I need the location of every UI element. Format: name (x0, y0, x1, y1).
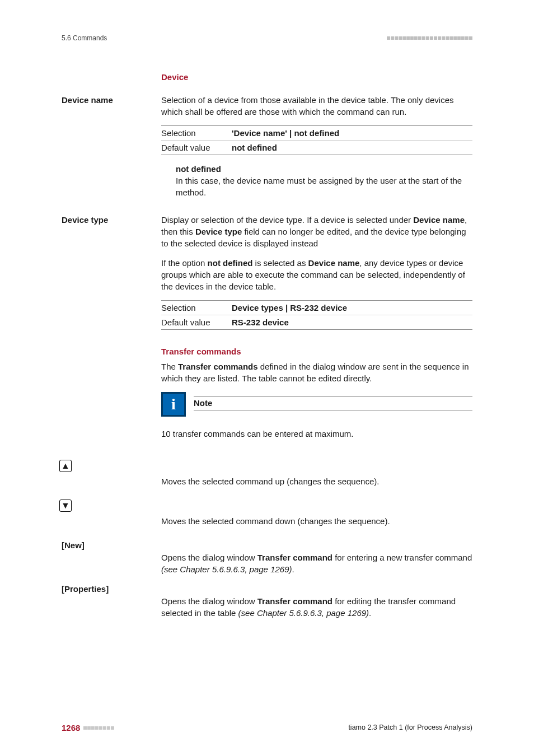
transfer-intro: The Transfer commands defined in the dia… (161, 361, 472, 384)
footer-ornament (83, 726, 114, 730)
note-title: Note (194, 397, 472, 410)
spec-selection-value: Device types | RS-232 device (232, 302, 347, 314)
not-defined-block: not defined In this case, the device nam… (176, 163, 472, 198)
device-type-spec: Selection Device types | RS-232 device D… (161, 300, 472, 330)
page-footer: 1268 tiamo 2.3 Patch 1 (for Process Anal… (62, 722, 472, 734)
properties-desc: Opens the dialog window Transfer command… (161, 595, 472, 619)
note-body: 10 transfer commands can be entered at m… (161, 428, 472, 440)
spec-default-value: not defined (232, 142, 277, 153)
transfer-heading: Transfer commands (161, 346, 472, 357)
device-name-spec: Selection 'Device name' | not defined De… (161, 125, 472, 155)
move-up-desc: Moves the selected command up (changes t… (161, 475, 472, 487)
info-icon: i (161, 392, 186, 417)
spec-selection-label: Selection (161, 302, 232, 314)
arrow-down-icon[interactable]: ▼ (59, 500, 72, 512)
page-number: 1268 (62, 722, 80, 734)
product-name: tiamo 2.3 Patch 1 (for Process Analysis) (348, 723, 472, 733)
move-down-desc: Moves the selected command down (changes… (161, 515, 472, 527)
device-type-p1: Display or selection of the device type.… (161, 214, 472, 249)
note-box: i Note 10 transfer commands can be enter… (161, 392, 472, 440)
cross-ref[interactable]: (see Chapter 5.6.9.6.3, page 1269) (161, 564, 292, 574)
cross-ref[interactable]: (see Chapter 5.6.9.6.3, page 1269) (238, 608, 369, 618)
device-name-label: Device name (62, 94, 161, 206)
arrow-up-icon[interactable]: ▲ (59, 460, 72, 472)
device-heading: Device (161, 71, 472, 83)
new-button-label[interactable]: [New] (62, 539, 161, 575)
header-ornament (387, 36, 472, 40)
spec-selection-value: 'Device name' | not defined (232, 127, 339, 139)
device-name-desc: Selection of a device from those availab… (161, 94, 472, 118)
spec-default-label: Default value (161, 316, 232, 328)
device-type-label: Device type (62, 214, 161, 338)
spec-default-value: RS-232 device (232, 316, 289, 328)
spec-selection-label: Selection (161, 127, 232, 139)
device-type-p2: If the option not defined is selected as… (161, 257, 472, 292)
not-defined-title: not defined (176, 163, 472, 175)
not-defined-body: In this case, the device name must be as… (176, 175, 472, 198)
properties-button-label[interactable]: [Properties] (62, 583, 161, 619)
new-desc: Opens the dialog window Transfer command… (161, 552, 472, 575)
spec-default-label: Default value (161, 142, 232, 153)
running-header: 5.6 Commands (62, 34, 472, 43)
section-path: 5.6 Commands (62, 34, 107, 43)
